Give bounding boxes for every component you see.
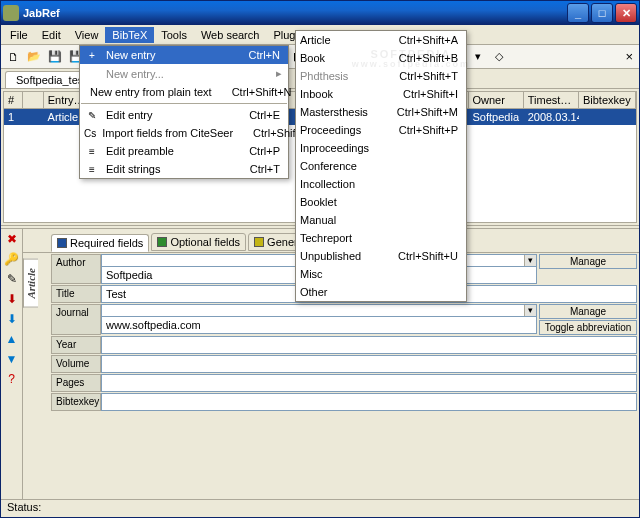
write-icon[interactable]: ⬇ (4, 311, 20, 327)
bibtex-menu-new-entry-[interactable]: New entry...▸ (80, 64, 288, 83)
journal-dropdown[interactable] (101, 304, 537, 316)
journal-label: Journal (51, 304, 101, 335)
next-icon[interactable]: ▼ (4, 351, 20, 367)
bibtexkey-label: Bibtexkey (51, 393, 101, 411)
type-menu-conference[interactable]: Conference (296, 157, 466, 175)
cell[interactable] (23, 109, 44, 125)
title-label: Title (51, 285, 101, 303)
status-bar: Status: (1, 499, 639, 517)
journal-toggle-button[interactable]: Toggle abbreviation (539, 320, 637, 335)
open-icon[interactable]: 📂 (24, 47, 44, 67)
col-owner[interactable]: Owner (469, 92, 524, 108)
menu-bibtex[interactable]: BibTeX (105, 27, 154, 43)
type-menu-techreport[interactable]: Techreport (296, 229, 466, 247)
toolbar-close-icon[interactable]: × (621, 49, 637, 64)
autolink-icon[interactable]: ✎ (4, 271, 20, 287)
bibtex-menu-edit-strings[interactable]: ≡Edit stringsCtrl+T (80, 160, 288, 178)
pdf-icon[interactable]: ⬇ (4, 291, 20, 307)
type-menu-unpublished[interactable]: UnpublishedCtrl+Shift+U (296, 247, 466, 265)
year-input[interactable] (101, 336, 637, 354)
cell[interactable]: 2008.03.14 (524, 109, 579, 125)
field-row-volume: Volume (51, 355, 637, 373)
title-bar: JabRef _ □ ✕ (1, 1, 639, 25)
menu-file[interactable]: File (3, 27, 35, 43)
prev-icon[interactable]: ▲ (4, 331, 20, 347)
journal-manage-button[interactable]: Manage (539, 304, 637, 319)
save-icon[interactable]: 💾 (45, 47, 65, 67)
tab-optional-fields[interactable]: Optional fields (151, 233, 246, 251)
type-menu-manual[interactable]: Manual (296, 211, 466, 229)
type-menu-mastersthesis[interactable]: MastersthesisCtrl+Shift+M (296, 103, 466, 121)
menu-view[interactable]: View (68, 27, 106, 43)
bibtexkey-input[interactable] (101, 393, 637, 411)
cell[interactable]: 1 (4, 109, 23, 125)
bibtex-menu-edit-entry[interactable]: ✎Edit entryCtrl+E (80, 106, 288, 124)
field-row-bibtexkey: Bibtexkey (51, 393, 637, 411)
tab-required-fields[interactable]: Required fields (51, 234, 149, 252)
author-manage-button[interactable]: Manage (539, 254, 637, 269)
bibtex-dropdown-menu: +New entryCtrl+NNew entry...▸New entry f… (79, 45, 289, 179)
bibtex-menu-edit-preamble[interactable]: ≡Edit preambleCtrl+P (80, 142, 288, 160)
author-label: Author (51, 254, 101, 284)
bibtex-menu-new-entry[interactable]: +New entryCtrl+N (80, 46, 288, 64)
menu-web-search[interactable]: Web search (194, 27, 267, 43)
pages-label: Pages (51, 374, 101, 392)
cell[interactable] (579, 109, 636, 125)
volume-label: Volume (51, 355, 101, 373)
editor-side-toolbar: ✖ 🔑 ✎ ⬇ ⬇ ▲ ▼ ? (1, 229, 23, 499)
col--[interactable]: # (4, 92, 23, 108)
pages-input[interactable] (101, 374, 637, 392)
col-timesta-[interactable]: Timesta... (524, 92, 579, 108)
field-row-journal: JournalManageToggle abbreviation (51, 304, 637, 335)
entry-type-submenu: ArticleCtrl+Shift+ABookCtrl+Shift+BPhdth… (295, 30, 467, 302)
type-menu-booklet[interactable]: Booklet (296, 193, 466, 211)
type-menu-article[interactable]: ArticleCtrl+Shift+A (296, 31, 466, 49)
cell[interactable]: Softpedia (469, 109, 524, 125)
store-icon[interactable]: ✖ (4, 231, 20, 247)
new-db-icon[interactable]: 🗋 (3, 47, 23, 67)
year-label: Year (51, 336, 101, 354)
col-bibtexkey[interactable]: Bibtexkey (579, 92, 636, 108)
bibtex-menu-import-fields-from-citeseer[interactable]: CsImport fields from CiteSeerCtrl+Shift+… (80, 124, 288, 142)
field-row-pages: Pages (51, 374, 637, 392)
journal-input[interactable] (101, 316, 537, 334)
type-menu-book[interactable]: BookCtrl+Shift+B (296, 49, 466, 67)
col-icon[interactable] (23, 92, 44, 108)
type-menu-proceedings[interactable]: ProceedingsCtrl+Shift+P (296, 121, 466, 139)
type-menu-inbook[interactable]: InbookCtrl+Shift+I (296, 85, 466, 103)
push-dropdown-icon[interactable]: ▾ (468, 47, 488, 67)
type-menu-inproceedings[interactable]: Inproceedings (296, 139, 466, 157)
window-title: JabRef (23, 7, 567, 19)
bibtex-menu-new-entry-from-plain-text[interactable]: New entry from plain textCtrl+Shift+N (80, 83, 288, 101)
entry-type-vertical-tab[interactable]: Article (23, 259, 38, 308)
type-menu-incollection[interactable]: Incollection (296, 175, 466, 193)
close-button[interactable]: ✕ (615, 3, 637, 23)
app-icon (3, 5, 19, 21)
volume-input[interactable] (101, 355, 637, 373)
field-row-year: Year (51, 336, 637, 354)
menu-edit[interactable]: Edit (35, 27, 68, 43)
type-menu-other[interactable]: Other (296, 283, 466, 301)
help-icon[interactable]: ? (4, 371, 20, 387)
type-menu-misc[interactable]: Misc (296, 265, 466, 283)
type-menu-phdthesis[interactable]: PhdthesisCtrl+Shift+T (296, 67, 466, 85)
extra-icon[interactable]: ◇ (489, 47, 509, 67)
menu-tools[interactable]: Tools (154, 27, 194, 43)
minimize-button[interactable]: _ (567, 3, 589, 23)
maximize-button[interactable]: □ (591, 3, 613, 23)
generate-key-icon[interactable]: 🔑 (4, 251, 20, 267)
